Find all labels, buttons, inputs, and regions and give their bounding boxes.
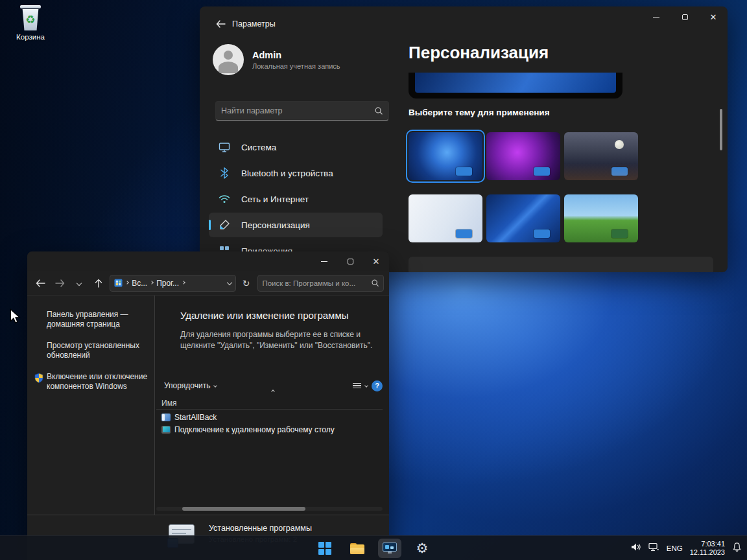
back-button[interactable]	[211, 17, 230, 32]
tasks-pane: Панель управления — домашняя страница Пр…	[27, 296, 154, 515]
avatar	[213, 44, 244, 75]
list-item[interactable]: StartAllBack	[156, 411, 383, 423]
file-explorer-button[interactable]	[346, 539, 369, 558]
explorer-search-input[interactable]	[262, 279, 371, 287]
recycle-bin-label: Корзина	[9, 33, 52, 41]
settings-title: Параметры	[232, 19, 276, 29]
program-name: StartAllBack	[174, 413, 217, 422]
address-bar[interactable]: Вс... Прог...	[110, 275, 236, 292]
moon-decor	[615, 140, 624, 149]
folder-icon	[350, 543, 364, 554]
horizontal-scrollbar[interactable]	[156, 507, 383, 511]
programs-and-features-button[interactable]	[378, 539, 401, 558]
notifications-button[interactable]	[732, 542, 742, 555]
language-indicator[interactable]: ENG	[667, 544, 683, 552]
sidebar-item-label: Сеть и Интернет	[241, 194, 309, 204]
control-panel-icon	[114, 279, 123, 287]
view-dropdown-icon[interactable]	[364, 384, 368, 388]
mouse-cursor	[9, 309, 21, 324]
wifi-icon	[218, 192, 231, 205]
explorer-search-box[interactable]	[257, 275, 384, 292]
next-section-card[interactable]	[409, 257, 713, 272]
minimize-icon	[653, 17, 659, 18]
programs-list: StartAllBack Подключение к удаленному ра…	[156, 411, 383, 436]
breadcrumb-separator-icon	[125, 281, 129, 285]
scrollbar-thumb[interactable]	[182, 507, 305, 511]
refresh-icon: ↻	[243, 278, 250, 288]
programs-pane: Удаление или изменение программы Для уда…	[154, 296, 389, 515]
settings-window: Параметры ✕ Admin Локальная учетная запи…	[200, 6, 728, 272]
vertical-scrollbar[interactable]	[720, 109, 722, 150]
account-type: Локальная учетная запись	[252, 62, 340, 70]
clock[interactable]: 7:03:41 12.11.2023	[690, 540, 725, 557]
up-arrow-icon	[95, 279, 102, 288]
minimize-icon	[321, 261, 327, 262]
control-panel-window: ✕ Вс... Прог... ↻	[27, 251, 389, 560]
chevron-down-icon	[77, 280, 82, 285]
theme-thumbnail-3[interactable]	[564, 132, 638, 180]
theme-thumbnail-6[interactable]	[564, 194, 638, 242]
titlebar[interactable]: ✕	[27, 251, 389, 271]
sidebar-item-personalization[interactable]: Персонализация	[209, 213, 383, 237]
link-windows-features[interactable]: Включение или отключение компонентов Win…	[47, 372, 148, 391]
list-item[interactable]: Подключение к удаленному рабочему столу	[156, 423, 383, 436]
organize-button[interactable]: Упорядочить	[164, 381, 210, 390]
sidebar-item-network[interactable]: Сеть и Интернет	[209, 187, 383, 211]
account-card[interactable]: Admin Локальная учетная запись	[213, 44, 340, 75]
tray-time: 7:03:41	[690, 540, 725, 548]
windows-logo-icon	[318, 542, 331, 555]
up-button[interactable]	[90, 275, 107, 292]
maximize-button[interactable]	[670, 6, 699, 27]
close-button[interactable]: ✕	[363, 251, 389, 271]
network-button[interactable]	[648, 542, 659, 554]
accent-color-card	[456, 167, 472, 176]
accent-color-card	[611, 167, 628, 176]
speaker-icon	[631, 542, 641, 552]
column-header-name[interactable]: Имя	[156, 397, 383, 410]
ethernet-icon	[648, 542, 659, 552]
breadcrumb-item[interactable]: Вс...	[132, 279, 147, 288]
chevron-down-icon	[214, 384, 218, 388]
minimize-button[interactable]	[642, 6, 670, 27]
link-label: Включение или отключение компонентов Win…	[47, 372, 147, 391]
sidebar-item-system[interactable]: Система	[209, 135, 383, 159]
page-title: Персонализация	[409, 43, 549, 63]
bell-icon	[732, 542, 742, 552]
theme-thumbnail-2[interactable]	[486, 132, 560, 180]
theme-thumbnail-1[interactable]	[409, 132, 482, 180]
program-name: Подключение к удаленному рабочему столу	[174, 425, 335, 434]
settings-button[interactable]: ⚙	[410, 539, 434, 558]
close-button[interactable]: ✕	[699, 6, 728, 27]
link-installed-updates[interactable]: Просмотр установленных обновлений	[47, 341, 148, 360]
breadcrumb-separator-icon	[150, 281, 154, 285]
refresh-button[interactable]: ↻	[239, 275, 254, 292]
accent-color-card	[534, 229, 550, 238]
start-button[interactable]	[313, 539, 337, 558]
forward-button[interactable]	[52, 275, 69, 292]
sidebar-item-label: Персонализация	[241, 220, 310, 230]
maximize-icon	[682, 14, 688, 20]
help-button[interactable]	[372, 380, 383, 391]
theme-thumbnail-4[interactable]	[409, 194, 482, 242]
theme-thumbnail-5[interactable]	[486, 194, 560, 242]
search-icon	[374, 106, 383, 115]
history-dropdown-button[interactable]	[71, 275, 88, 292]
window-controls: ✕	[311, 251, 389, 271]
address-dropdown-icon[interactable]	[226, 280, 231, 285]
gear-icon: ⚙	[416, 542, 429, 555]
programs-app-icon	[383, 542, 397, 554]
settings-search-box[interactable]	[215, 101, 389, 121]
minimize-button[interactable]	[311, 251, 337, 271]
sidebar-item-bluetooth[interactable]: Bluetooth и устройства	[209, 161, 383, 185]
status-title: Установленные программы	[209, 524, 312, 533]
volume-button[interactable]	[631, 542, 641, 554]
taskbar-center: ⚙	[313, 536, 434, 560]
view-mode-icon[interactable]	[353, 383, 361, 389]
recycle-bin[interactable]: ♻ Корзина	[9, 5, 52, 41]
link-control-panel-home[interactable]: Панель управления — домашняя страница	[47, 310, 148, 329]
remote-desktop-icon	[161, 426, 171, 434]
maximize-button[interactable]	[337, 251, 363, 271]
back-button[interactable]	[32, 275, 49, 292]
settings-search-input[interactable]	[221, 106, 374, 115]
breadcrumb-item[interactable]: Прог...	[156, 279, 179, 288]
